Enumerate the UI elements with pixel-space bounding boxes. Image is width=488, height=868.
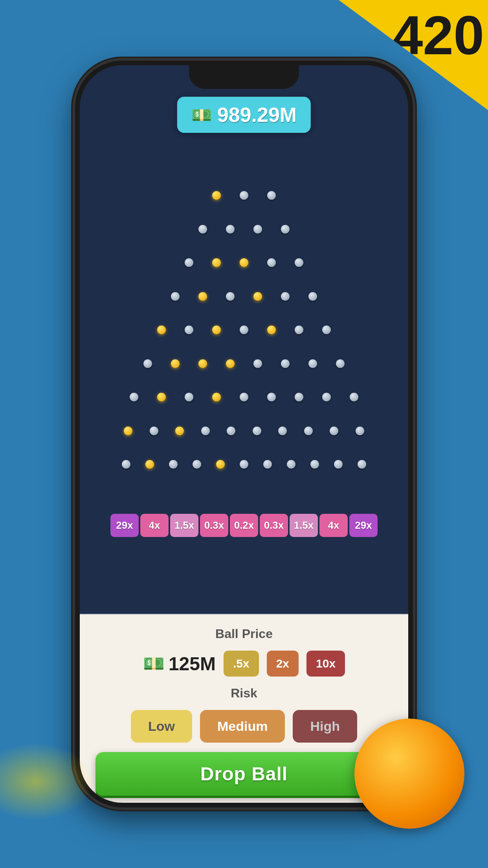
low-risk-button[interactable]: Low [131, 710, 192, 743]
peg [226, 225, 235, 234]
multiplier-box: 0.3x [200, 514, 228, 537]
peg [308, 292, 317, 301]
peg [240, 191, 248, 200]
peg [253, 359, 262, 368]
peg [201, 427, 210, 435]
peg [145, 460, 154, 469]
peg [278, 427, 287, 435]
peg [267, 326, 276, 334]
peg [295, 258, 303, 267]
peg [281, 292, 290, 301]
peg [253, 292, 262, 301]
peg [198, 292, 207, 301]
peg [122, 460, 130, 469]
peg [267, 258, 276, 267]
multiplier-box: 1.5x [290, 514, 318, 537]
peg [198, 225, 207, 234]
peg [253, 225, 262, 234]
peg [336, 359, 345, 368]
peg [169, 460, 178, 469]
ball-price-row: 💵 125M .5x 2x 10x [95, 651, 393, 677]
peg [240, 393, 248, 401]
peg [310, 460, 319, 469]
peg [130, 393, 138, 401]
drop-ball-button[interactable]: Drop Ball [95, 752, 393, 796]
notch [189, 65, 299, 89]
peg [216, 460, 225, 469]
peg [350, 393, 358, 401]
peg [295, 393, 303, 401]
peg [193, 460, 201, 469]
peg [253, 427, 261, 435]
risk-row: Low Medium High [131, 710, 357, 743]
peg [227, 427, 235, 435]
peg [185, 393, 193, 401]
two-x-button[interactable]: 2x [267, 651, 299, 677]
peg [226, 359, 235, 368]
peg [322, 326, 331, 334]
peg [240, 326, 248, 334]
multiplier-box: 29x [110, 514, 139, 537]
peg [198, 359, 207, 368]
peg [175, 427, 184, 435]
peg [157, 393, 166, 401]
peg [171, 292, 180, 301]
screen: 💵 989.29M 29x4x1.5x0.3x0.2x0.3x1.5x4x29x… [80, 65, 408, 803]
peg [308, 359, 317, 368]
peg [212, 326, 221, 334]
multiplier-box: 29x [349, 514, 378, 537]
peg [281, 225, 290, 234]
peg [143, 359, 152, 368]
medium-risk-button[interactable]: Medium [200, 710, 285, 743]
phone-frame: 💵 989.29M 29x4x1.5x0.3x0.2x0.3x1.5x4x29x… [75, 61, 413, 807]
peg [185, 326, 193, 334]
half-x-button[interactable]: .5x [224, 651, 259, 677]
balance-amount: 989.29M [217, 103, 297, 127]
badge-number: 420 [392, 8, 484, 63]
yellow-glow [0, 742, 94, 821]
peg [226, 292, 235, 301]
orange-ball [354, 719, 464, 829]
peg [356, 427, 364, 435]
price-display: 💵 125M [143, 653, 216, 675]
multiplier-box: 4x [319, 514, 348, 537]
peg [240, 460, 248, 469]
multiplier-box: 0.2x [230, 514, 258, 537]
peg [330, 427, 338, 435]
peg [334, 460, 343, 469]
ten-x-button[interactable]: 10x [306, 651, 345, 677]
peg [212, 191, 221, 200]
peg [212, 393, 221, 401]
price-amount: 125M [169, 653, 216, 675]
balance-box: 💵 989.29M [177, 97, 311, 133]
pegs-container: 29x4x1.5x0.3x0.2x0.3x1.5x4x29x [103, 183, 385, 537]
multiplier-box: 4x [140, 514, 169, 537]
peg [322, 393, 331, 401]
board-area: 29x4x1.5x0.3x0.2x0.3x1.5x4x29x [80, 97, 408, 614]
price-icon: 💵 [143, 653, 165, 674]
peg [287, 460, 295, 469]
peg [281, 359, 290, 368]
peg [240, 258, 248, 267]
risk-label: Risk [231, 686, 257, 701]
peg [304, 427, 313, 435]
peg [267, 191, 276, 200]
peg [171, 359, 180, 368]
balance-icon: 💵 [191, 105, 212, 125]
peg [295, 326, 303, 334]
multiplier-box: 0.3x [260, 514, 288, 537]
peg [185, 258, 193, 267]
peg [124, 427, 132, 435]
peg [358, 460, 366, 469]
peg [157, 326, 166, 334]
ball-price-label: Ball Price [215, 627, 273, 641]
peg [150, 427, 158, 435]
peg [212, 258, 221, 267]
multiplier-box: 1.5x [170, 514, 198, 537]
multiplier-row: 29x4x1.5x0.3x0.2x0.3x1.5x4x29x [103, 514, 385, 537]
peg [263, 460, 272, 469]
high-risk-button[interactable]: High [293, 710, 357, 743]
peg [267, 393, 276, 401]
